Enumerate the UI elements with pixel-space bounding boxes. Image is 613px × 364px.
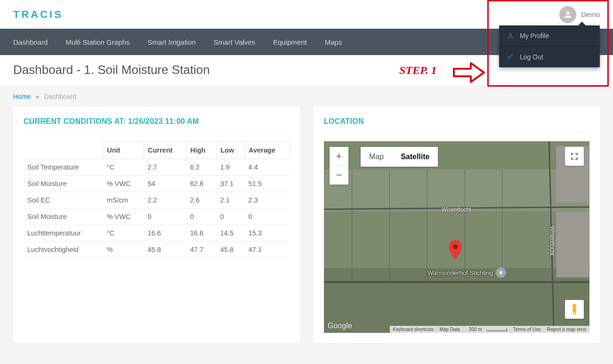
map-zoom-in-button[interactable]: + bbox=[330, 147, 348, 166]
map-type-map-button[interactable]: Map bbox=[361, 147, 392, 167]
content: CURRENT CONDITIONS AT: 1/26/2023 11:00 A… bbox=[0, 107, 613, 343]
svg-point-1 bbox=[508, 57, 510, 59]
topbar: TRACIS Demo bbox=[0, 0, 613, 29]
map-road-label-2: Wisenttocht bbox=[549, 226, 556, 256]
svg-point-17 bbox=[453, 244, 458, 249]
map-keyboard-shortcuts[interactable]: Keyboard shortcuts bbox=[390, 326, 436, 333]
map-poi[interactable]: Warmonderhof Stichting bbox=[427, 267, 506, 278]
pegman-icon bbox=[570, 303, 579, 315]
breadcrumb: Home ● Dashboard bbox=[0, 86, 613, 107]
table-row: Luchtvochtigheid%45.847.745.847.1 bbox=[24, 242, 290, 258]
svg-rect-21 bbox=[575, 312, 576, 315]
map-type-satellite-button[interactable]: Satellite bbox=[392, 147, 438, 167]
nav-multi-station-graphs[interactable]: Multi Station Graphs bbox=[65, 38, 129, 46]
map-report-error[interactable]: Report a map error bbox=[544, 326, 589, 333]
svg-rect-20 bbox=[573, 312, 574, 315]
user-area[interactable]: Demo bbox=[559, 6, 600, 23]
fullscreen-icon bbox=[570, 152, 579, 161]
table-row: Soil Temperature°C2.76.21.94.4 bbox=[24, 159, 290, 176]
google-logo: Google bbox=[328, 322, 352, 330]
avatar[interactable] bbox=[559, 6, 576, 23]
key-icon bbox=[507, 53, 514, 61]
map-zoom-out-button[interactable]: − bbox=[330, 166, 348, 185]
svg-rect-19 bbox=[573, 307, 576, 312]
table-row: Soil Moisture% VWC5462.837.151.5 bbox=[24, 176, 290, 192]
svg-rect-16 bbox=[556, 211, 589, 277]
breadcrumb-home[interactable]: Home bbox=[13, 93, 31, 100]
svg-point-0 bbox=[509, 33, 511, 36]
col-avg: Average bbox=[245, 142, 290, 159]
map-poi-label: Warmonderhof Stichting bbox=[427, 269, 493, 276]
brand-logo: TRACIS bbox=[13, 8, 63, 21]
poi-icon bbox=[496, 267, 506, 278]
col-current: Current bbox=[144, 142, 186, 159]
table-header-row: Unit Current High Low Average bbox=[24, 142, 290, 159]
map-fullscreen-button[interactable] bbox=[565, 147, 584, 166]
user-menu: My Profile Log Out bbox=[499, 25, 600, 67]
map-terms[interactable]: Terms of Use bbox=[510, 326, 544, 333]
menu-logout[interactable]: Log Out bbox=[499, 47, 600, 67]
map-road-label-1: Wisenttocht bbox=[442, 206, 471, 213]
map-data-link[interactable]: Map Data bbox=[436, 326, 462, 333]
conditions-panel: CURRENT CONDITIONS AT: 1/26/2023 11:00 A… bbox=[13, 107, 300, 343]
nav-smart-irrigation[interactable]: Smart Irrigation bbox=[147, 38, 196, 46]
nav-equipment[interactable]: Equipment bbox=[273, 38, 307, 46]
svg-point-18 bbox=[573, 304, 576, 307]
conditions-title: CURRENT CONDITIONS AT: 1/26/2023 11:00 A… bbox=[24, 117, 290, 133]
location-title: LOCATION bbox=[324, 117, 589, 133]
nav-smart-valves[interactable]: Smart Valves bbox=[214, 38, 255, 46]
col-high: High bbox=[186, 142, 217, 159]
conditions-table: Unit Current High Low Average Soil Tempe… bbox=[24, 141, 290, 258]
marker-icon bbox=[448, 240, 462, 260]
map-type-switch: Map Satellite bbox=[361, 147, 438, 167]
user-icon bbox=[563, 10, 573, 19]
table-row: Luchttemperatuur°C16.616.614.515.3 bbox=[24, 225, 290, 242]
col-name bbox=[24, 142, 103, 159]
menu-my-profile[interactable]: My Profile bbox=[499, 25, 600, 47]
col-unit: Unit bbox=[103, 142, 144, 159]
map[interactable]: Wisenttocht Wisenttocht + − Map Satellit… bbox=[324, 141, 589, 333]
table-row: Soil Moisture% VWC0000 bbox=[24, 209, 290, 225]
menu-logout-label: Log Out bbox=[520, 53, 543, 61]
breadcrumb-current: Dashboard bbox=[44, 93, 77, 100]
user-name: Demo bbox=[581, 10, 600, 18]
map-footer: Keyboard shortcuts Map Data 200 m Terms … bbox=[390, 326, 589, 333]
table-body: Soil Temperature°C2.76.21.94.4 Soil Mois… bbox=[24, 159, 290, 258]
breadcrumb-sep: ● bbox=[35, 93, 39, 100]
nav-maps[interactable]: Maps bbox=[325, 38, 342, 46]
map-zoom: + − bbox=[330, 147, 348, 185]
map-marker[interactable] bbox=[448, 240, 462, 262]
nav-dashboard[interactable]: Dashboard bbox=[13, 38, 48, 46]
table-row: Soil ECmS/cm2.22.62.12.3 bbox=[24, 192, 290, 209]
location-panel: LOCATION bbox=[314, 107, 600, 343]
profile-icon bbox=[507, 32, 514, 40]
map-pegman[interactable] bbox=[565, 300, 584, 319]
menu-my-profile-label: My Profile bbox=[520, 32, 549, 40]
map-scale: 200 m bbox=[463, 326, 510, 333]
col-low: Low bbox=[217, 142, 245, 159]
